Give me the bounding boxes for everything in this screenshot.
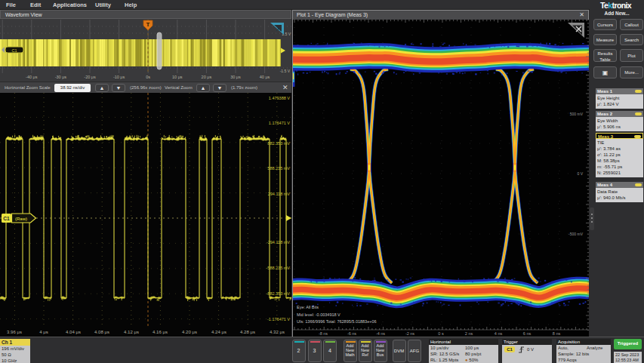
svg-text:-882.353 mV: -882.353 mV [267,291,291,296]
svg-text:4.24 μs: 4.24 μs [211,330,226,334]
svg-text:-8 ns: -8 ns [319,331,328,336]
svg-text:4.28 μs: 4.28 μs [240,330,255,334]
svg-text:T: T [146,21,150,28]
svg-text:-1.176471 V: -1.176471 V [267,317,290,321]
svg-text:0 s: 0 s [438,331,444,336]
svg-text:3.96 μs: 3.96 μs [7,330,22,334]
svg-text:Eye: All Bits: Eye: All Bits [297,305,319,309]
svg-text:1.479388 V: 1.479388 V [269,96,290,100]
svg-text:Mid level: -0.0034918 V: Mid level: -0.0034918 V [297,312,340,317]
svg-text:882.353 mV: 882.353 mV [267,141,290,146]
svg-text:8 ns: 8 ns [553,331,561,336]
svg-text:-500 mV: -500 mV [569,232,584,236]
svg-text:-1.5 V: -1.5 V [280,69,291,73]
svg-text:-294.118 mV: -294.118 mV [267,240,290,245]
svg-text:4.32 μs: 4.32 μs [270,330,285,334]
svg-text:-2 ns: -2 ns [405,331,414,336]
svg-text:588.235 mV: 588.235 mV [267,166,290,171]
svg-text:4.20 μs: 4.20 μs [182,330,197,334]
svg-text:294.118 mV: 294.118 mV [268,192,291,196]
svg-text:-6 ns: -6 ns [347,331,356,336]
svg-text:(Raw): (Raw) [15,217,27,221]
svg-text:C1: C1 [11,48,17,53]
svg-text:4 ns: 4 ns [495,331,503,336]
svg-text:2 ns: 2 ns [465,331,473,336]
svg-text:4.12 μs: 4.12 μs [124,330,139,334]
svg-text:6 ns: 6 ns [523,331,532,336]
svg-text:4.08 μs: 4.08 μs [94,330,109,334]
svg-text:UIs: 1366/9996 Total: 7628: UIs: 1366/9996 Total: 762895/5.01883e+06 [297,319,377,324]
svg-text:4.04 μs: 4.04 μs [66,330,81,334]
svg-text:1.176471 V: 1.176471 V [269,121,290,125]
svg-text:-588.235 mV: -588.235 mV [267,266,291,270]
svg-text:500 mV: 500 mV [570,112,584,116]
svg-text:0 V: 0 V [577,171,583,176]
svg-text:4 μs: 4 μs [39,330,48,334]
svg-text:C1: C1 [3,216,10,221]
svg-text:-4 ns: -4 ns [376,331,385,336]
svg-text:4.16 μs: 4.16 μs [153,330,168,334]
